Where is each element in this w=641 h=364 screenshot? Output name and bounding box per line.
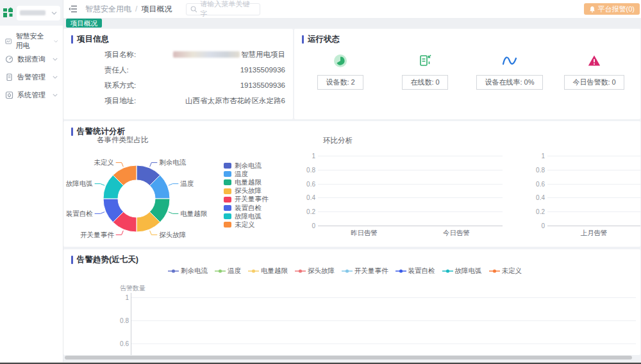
x-category-label: 上月告警 xyxy=(581,229,608,238)
device-pie-icon xyxy=(333,54,347,68)
breadcrumb-root[interactable]: 智慧安全用电 xyxy=(85,4,131,15)
sine-wave-icon xyxy=(501,54,518,68)
trend-legend-item[interactable]: 装置自检 xyxy=(395,267,435,276)
app-window: 智慧安全用电 数据查询 告警管理 xyxy=(0,0,641,363)
field-value: 19135509936 xyxy=(240,81,285,89)
donut-label-line xyxy=(95,184,104,186)
trend-legend-item[interactable]: 开关量事件 xyxy=(342,267,388,276)
y-tick-label: 0 xyxy=(528,222,545,229)
legend-swatch xyxy=(224,179,231,185)
y-tick-label: 0.2 xyxy=(298,208,315,215)
month-compare-chart[interactable]: 00.20.40.60.81上月告警 xyxy=(547,152,640,238)
legend-swatch xyxy=(224,171,231,177)
donut-label: 剩余电流 xyxy=(159,158,187,166)
title-accent-bar xyxy=(302,35,304,44)
address-row: 项目地址: 山西省太原市杏花岭区永定路6 xyxy=(104,93,285,108)
x-axis-line xyxy=(318,226,503,226)
contact-row: 联系方式: 19135509936 xyxy=(104,78,285,93)
sidebar-item-smart-power[interactable]: 智慧安全用电 xyxy=(0,32,63,50)
day-compare-chart[interactable]: 00.20.40.60.81昨日告警今日告警 xyxy=(318,152,503,238)
horizontal-scrollbar xyxy=(65,356,638,360)
legend-swatch xyxy=(224,205,231,211)
donut-label: 温度 xyxy=(180,179,194,187)
y-tick-label: 0.6 xyxy=(298,181,315,188)
donut-label: 开关量事件 xyxy=(80,231,114,238)
legend-item[interactable]: 温度 xyxy=(224,170,269,178)
legend-item[interactable]: 剩余电流 xyxy=(224,161,269,170)
grid-line xyxy=(547,184,640,185)
legend-item[interactable]: 装置自检 xyxy=(224,204,269,212)
legend-item[interactable]: 开关量事件 xyxy=(224,195,269,204)
alarm-trend-card: 告警趋势(近七天) 剩余电流温度电量越限探头故障开关量事件装置自检故障电弧未定义… xyxy=(63,249,640,355)
legend-label: 开关量事件 xyxy=(235,195,269,204)
run-status-title: 运行状态 xyxy=(302,34,340,45)
field-value: 山西省太原市杏花岭区永定路6 xyxy=(185,96,285,106)
main-area: 智慧安全用电 / 项目概况 请输入菜单关键字 平台报警(0) 项目概况 xyxy=(63,0,641,363)
donut-legend: 剩余电流温度电量越限探头故障开关量事件装置自检故障电弧未定义 xyxy=(224,161,269,229)
trend-legend-item[interactable]: 探头故障 xyxy=(295,267,335,276)
donut-label: 故障电弧 xyxy=(66,179,93,187)
menu-collapse-icon[interactable] xyxy=(69,5,78,13)
metric-value-box: 在线数: 0 xyxy=(402,75,447,90)
breadcrumb-separator: / xyxy=(135,4,137,13)
trend-legend-item[interactable]: 温度 xyxy=(215,267,241,276)
trend-legend-item[interactable]: 剩余电流 xyxy=(168,267,208,276)
donut-label-line xyxy=(116,163,124,167)
y-tick-label: 0 xyxy=(298,222,315,229)
legend-item[interactable]: 未定义 xyxy=(224,220,269,229)
field-label: 责任人: xyxy=(104,65,129,75)
scrollbar-thumb[interactable] xyxy=(65,356,632,360)
platform-alarm-label: 平台报警(0) xyxy=(598,4,635,14)
event-type-donut-chart[interactable]: 剩余电流温度电量越限探头故障开关量事件装置自检故障电弧未定义 xyxy=(63,148,224,244)
trend-legend-label: 未定义 xyxy=(502,267,522,276)
trend-legend-label: 装置自检 xyxy=(408,267,435,276)
logo-row xyxy=(0,0,63,26)
sidebar-item-data-query[interactable]: 数据查询 xyxy=(0,50,63,68)
alert-triangle-icon xyxy=(587,54,601,68)
menu-search-input[interactable]: 请输入菜单关键字 xyxy=(186,3,260,15)
trend-legend-item[interactable]: 故障电弧 xyxy=(442,267,482,276)
grid-line xyxy=(547,197,640,198)
line-marker-icon xyxy=(489,269,500,273)
y-tick-label: 1 xyxy=(112,294,129,301)
top-bar: 智慧安全用电 / 项目概况 请输入菜单关键字 平台报警(0) xyxy=(63,0,641,18)
legend-item[interactable]: 电量越限 xyxy=(224,178,269,186)
legend-item[interactable]: 故障电弧 xyxy=(224,212,269,220)
sidebar-item-alarm-manage[interactable]: 告警管理 xyxy=(0,68,63,86)
donut-label: 装置自检 xyxy=(66,210,93,217)
trend-legend-item[interactable]: 未定义 xyxy=(489,267,522,276)
y-tick-label: 0.6 xyxy=(528,181,545,188)
brand-logo-icon xyxy=(3,7,14,19)
sidebar-item-system-manage[interactable]: 系统管理 xyxy=(0,86,63,104)
trend-legend-item[interactable]: 电量越限 xyxy=(248,267,288,276)
field-value: 智慧用电项目 xyxy=(241,50,285,60)
grid-line xyxy=(547,170,640,170)
chevron-down-icon xyxy=(53,93,58,97)
donut-chart-title: 各事件类型占比 xyxy=(97,135,149,145)
line-marker-icon xyxy=(342,269,353,273)
breadcrumb-current: 项目概况 xyxy=(141,4,172,15)
field-label: 项目名称: xyxy=(104,50,136,60)
organization-select[interactable] xyxy=(17,6,60,21)
donut-label-line xyxy=(150,231,158,235)
chevron-down-icon xyxy=(51,11,57,15)
legend-label: 故障电弧 xyxy=(235,212,262,221)
title-accent-bar xyxy=(71,35,73,44)
legend-swatch xyxy=(224,222,231,228)
legend-item[interactable]: 探头故障 xyxy=(224,187,269,195)
y-tick-label: 0.2 xyxy=(528,208,545,215)
line-marker-icon xyxy=(442,269,453,273)
alarm-trend-title: 告警趋势(近七天) xyxy=(71,254,138,265)
status-metrics: 设备数: 2 在 xyxy=(298,53,637,90)
legend-label: 剩余电流 xyxy=(235,161,262,170)
tab-project-overview[interactable]: 项目概况 xyxy=(66,19,102,28)
metric-value-box: 设备数: 2 xyxy=(317,75,363,90)
trend-chart[interactable]: 10.80.6 xyxy=(131,293,636,355)
trend-legend-label: 温度 xyxy=(228,267,241,276)
grid-line xyxy=(131,320,636,321)
trend-legend-label: 开关量事件 xyxy=(354,267,388,276)
search-icon xyxy=(190,6,197,13)
chevron-down-icon xyxy=(54,39,58,44)
platform-alarm-button[interactable]: 平台报警(0) xyxy=(584,3,640,15)
y-tick-label: 1 xyxy=(298,153,315,160)
